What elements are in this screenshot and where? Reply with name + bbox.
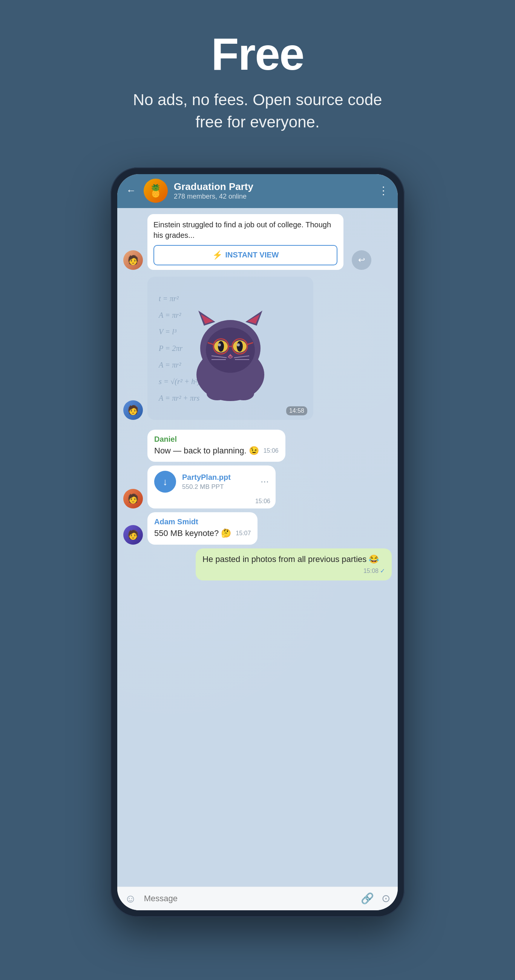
svg-point-12 — [237, 344, 240, 347]
instant-view-button[interactable]: ⚡ INSTANT VIEW — [153, 245, 337, 266]
message-input[interactable] — [144, 894, 353, 904]
chat-header: ← 🍍 Graduation Party 278 members, 42 onl… — [117, 174, 398, 208]
attach-button[interactable]: 🔗 — [361, 892, 374, 905]
daniel-bubble: Daniel Now — back to planning. 😉 15:06 — [147, 430, 285, 462]
daniel-sender: Daniel — [154, 435, 279, 444]
hero-title: Free — [126, 30, 389, 78]
svg-point-24 — [233, 387, 254, 400]
chat-body: 🧑 Einstein struggled to find a job out o… — [117, 208, 398, 886]
file-download-button[interactable]: ↓ — [154, 471, 176, 493]
avatar-male2-user: 🧑 — [123, 489, 143, 509]
group-info: Graduation Party 278 members, 42 online — [174, 181, 372, 200]
input-bar: ☺ 🔗 ⊙ — [117, 886, 398, 910]
check-icon: ✓ — [380, 567, 385, 575]
article-text: Einstein struggled to find a job out of … — [153, 220, 337, 240]
adam-bubble: Adam Smidt 550 MB keynote? 🤔 15:07 — [147, 512, 257, 545]
daniel-message-row: Daniel Now — back to planning. 😉 15:06 — [123, 430, 392, 462]
file-bubble-inner: ↓ PartyPlan.ppt 550.2 MB PPT ⋯ — [147, 466, 276, 498]
header-menu-button[interactable]: ⋮ — [378, 184, 389, 197]
file-message-row: 🧑 ↓ PartyPlan.ppt 550.2 MB PPT ⋯ 15:06 — [123, 466, 392, 509]
daniel-time: 15:06 — [263, 447, 279, 455]
adam-text: 550 MB keynote? 🤔 15:07 — [154, 528, 251, 539]
daniel-text: Now — back to planning. 😉 15:06 — [154, 445, 279, 457]
article-content: Einstein struggled to find a job out of … — [147, 214, 343, 270]
outgoing-message-row: He pasted in photos from all previous pa… — [123, 549, 392, 581]
phone-wrapper: ← 🍍 Graduation Party 278 members, 42 onl… — [110, 167, 405, 917]
group-members: 278 members, 42 online — [174, 192, 372, 200]
avatar-male3-user: 🧑 — [123, 525, 143, 545]
sticker-time: 14:58 — [286, 406, 307, 415]
back-button[interactable]: ← — [126, 185, 136, 196]
svg-point-6 — [206, 328, 255, 373]
outgoing-time: 15:08 ✓ — [364, 567, 385, 575]
cat-sticker — [181, 292, 279, 405]
avatar-male1-user: 🧑 — [123, 400, 143, 420]
adam-message-row: 🧑 Adam Smidt 550 MB keynote? 🤔 15:07 — [123, 512, 392, 545]
emoji-button[interactable]: ☺ — [125, 892, 137, 905]
avatar-female-user: 🧑 — [123, 250, 143, 270]
outgoing-bubble: He pasted in photos from all previous pa… — [196, 549, 392, 581]
sticker-container: t = πr² A = πr² V = l³ P = 2πr A = πr² s… — [147, 277, 313, 420]
file-info: PartyPlan.ppt 550.2 MB PPT — [182, 473, 255, 491]
svg-point-9 — [218, 341, 224, 352]
outgoing-text: He pasted in photos from all previous pa… — [202, 554, 385, 565]
phone-outer: ← 🍍 Graduation Party 278 members, 42 onl… — [110, 167, 405, 917]
hero-subtitle: No ads, no fees. Open source code free f… — [126, 89, 389, 134]
file-name: PartyPlan.ppt — [182, 473, 255, 482]
camera-button[interactable]: ⊙ — [381, 892, 390, 905]
phone-screen: ← 🍍 Graduation Party 278 members, 42 onl… — [117, 174, 398, 910]
group-avatar: 🍍 — [143, 179, 168, 203]
file-menu-button[interactable]: ⋯ — [260, 477, 269, 487]
sticker-message-row: 🧑 t = πr² A = πr² V = l³ P = 2πr A = πr²… — [123, 277, 392, 420]
adam-sender: Adam Smidt — [154, 517, 251, 526]
hero-section: Free No ads, no fees. Open source code f… — [118, 0, 397, 156]
article-message-row: 🧑 Einstein struggled to find a job out o… — [123, 214, 392, 270]
svg-point-23 — [207, 387, 228, 400]
file-bubble: ↓ PartyPlan.ppt 550.2 MB PPT ⋯ 15:06 — [147, 466, 276, 509]
article-bubble: Einstein struggled to find a job out of … — [147, 214, 343, 270]
instant-view-label: INSTANT VIEW — [225, 251, 279, 259]
svg-point-11 — [218, 344, 221, 347]
file-meta: 550.2 MB PPT — [182, 483, 255, 491]
group-name: Graduation Party — [174, 181, 372, 192]
group-avatar-emoji: 🍍 — [148, 184, 163, 198]
forward-button[interactable]: ↩ — [352, 250, 372, 270]
svg-point-10 — [237, 341, 243, 352]
file-time: 15:06 — [147, 498, 276, 509]
adam-time: 15:07 — [236, 529, 251, 538]
lightning-icon: ⚡ — [212, 250, 222, 260]
